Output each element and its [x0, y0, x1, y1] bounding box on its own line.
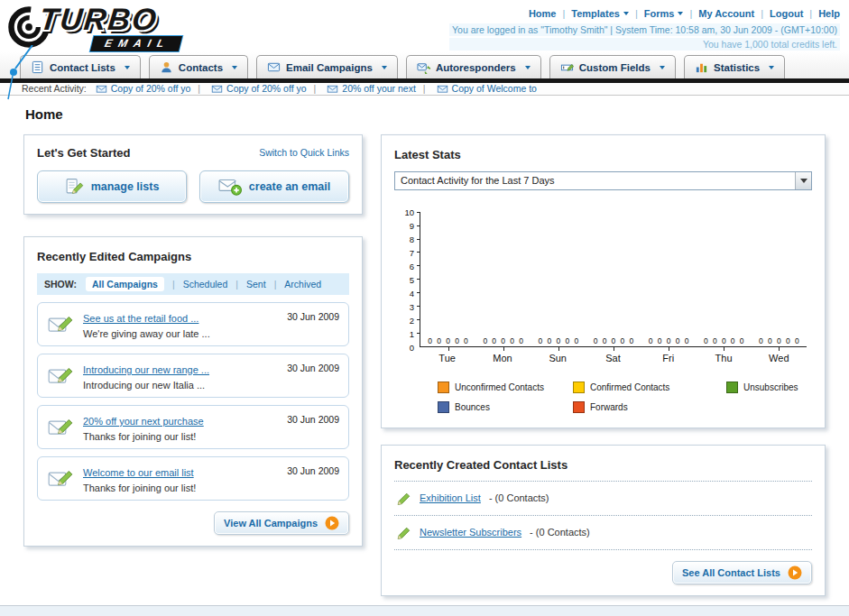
nav-tab[interactable]: Autoresponders	[406, 55, 541, 78]
top-nav-link-label: Help	[818, 8, 840, 19]
create-email-button[interactable]: create an email	[199, 170, 349, 203]
legend-swatch	[573, 382, 585, 393]
campaign-edit-icon	[47, 363, 74, 388]
envelope-icon	[327, 83, 338, 95]
contact-list-item: Newsletter Subscribers - (0 Contacts)	[394, 516, 812, 550]
select-dropdown-button[interactable]	[795, 172, 811, 189]
legend-label: Forwards	[590, 402, 628, 412]
campaign-title-link[interactable]: 20% off your next purchase	[83, 416, 204, 427]
campaign-title-link[interactable]: See us at the retail food ...	[83, 313, 198, 324]
legend-item: Confirmed Contacts	[573, 382, 726, 393]
app-logo[interactable]: TURBO EMAIL	[5, 4, 180, 51]
header-right: Home Templates Forms My Account Logout H…	[449, 4, 840, 51]
latest-stats-title: Latest Stats	[394, 148, 461, 161]
manage-lists-label: manage lists	[91, 180, 160, 193]
campaign-filter[interactable]: Archived	[266, 279, 322, 290]
see-all-contact-lists-label: See All Contact Lists	[682, 567, 780, 578]
top-nav-link[interactable]: Home	[529, 8, 557, 19]
contact-activity-chart: 109876543210 000000000000000000000000000…	[398, 212, 807, 413]
legend-label: Bounces	[455, 402, 490, 412]
nav-tab-label: Custom Fields	[579, 62, 651, 73]
envelope-icon	[96, 83, 107, 95]
stats-period-select[interactable]: Contact Activity for the Last 7 Days	[394, 171, 812, 190]
campaign-date: 30 Jun 2009	[287, 363, 339, 373]
chevron-down-icon	[769, 66, 774, 69]
legend-swatch	[438, 382, 449, 393]
campaign-subtitle: Thanks for joining our list!	[83, 483, 278, 493]
contact-list-items: Exhibition List - (0 Contacts) Newslette…	[394, 482, 812, 550]
campaign-item: 20% off your next purchase Thanks for jo…	[37, 405, 349, 449]
legend-swatch	[573, 401, 585, 413]
show-label: SHOW:	[44, 279, 77, 290]
nav-tab-label: Contact Lists	[50, 62, 115, 73]
nav-tab-label: Email Campaigns	[286, 62, 373, 73]
get-started-panel: Let's Get Started Switch to Quick Links …	[23, 134, 363, 215]
login-info: You are logged in as "Timothy Smith" | S…	[449, 23, 840, 36]
logo-title: TURBO	[38, 4, 182, 34]
campaign-subtitle: Thanks for joining our list!	[83, 431, 278, 442]
legend-label: Unconfirmed Contacts	[455, 382, 544, 392]
recent-activity-item[interactable]: Copy of 20% off yo	[190, 83, 306, 95]
main-content: Home Let's Get Started Switch to Quick L…	[0, 96, 849, 605]
nav-tab-icon	[695, 60, 708, 74]
view-all-campaigns-button[interactable]: View All Campaigns	[214, 511, 349, 535]
chevron-down-icon	[232, 66, 237, 69]
nav-tab[interactable]: Contact Lists	[20, 55, 141, 78]
stats-period-value: Contact Activity for the Last 7 Days	[401, 175, 555, 186]
top-nav-link[interactable]: Logout	[754, 8, 803, 19]
nav-tab-label: Contacts	[179, 62, 223, 73]
nav-tab-icon	[560, 60, 574, 74]
pencil-icon	[396, 491, 411, 506]
nav-tab-icon	[267, 60, 281, 74]
recent-activity-item[interactable]: 20% off your next	[307, 83, 416, 95]
contact-list-name-link[interactable]: Newsletter Subscribers	[420, 527, 521, 538]
top-nav-link[interactable]: Help	[803, 8, 840, 19]
recent-activity-item[interactable]: Copy of 20% off yo	[96, 83, 191, 95]
nav-tab[interactable]: Statistics	[684, 55, 785, 78]
campaign-filter[interactable]: Scheduled	[164, 279, 227, 290]
nav-tab[interactable]: Email Campaigns	[256, 55, 398, 78]
nav-tab[interactable]: Contacts	[149, 55, 248, 78]
legend-item: Unconfirmed Contacts	[438, 382, 573, 393]
campaign-title-link[interactable]: Introducing our new range ...	[83, 364, 209, 375]
campaign-edit-icon	[47, 465, 74, 491]
top-nav-link-label: Logout	[770, 8, 803, 19]
campaign-title-link[interactable]: Welcome to our email list	[83, 467, 194, 478]
nav-tab-label: Statistics	[714, 62, 760, 73]
envelope-icon	[437, 83, 448, 95]
top-nav-link[interactable]: Forms	[629, 8, 683, 19]
chevron-down-icon	[525, 66, 531, 69]
header: TURBO EMAIL Home Templates Forms My Acco…	[0, 0, 849, 51]
contact-list-count: - (0 Contacts)	[530, 527, 590, 538]
campaign-filter[interactable]: Sent	[227, 279, 265, 290]
top-nav-link-label: Forms	[644, 8, 675, 19]
top-nav-link-label: Templates	[571, 8, 620, 19]
view-all-campaigns-label: View All Campaigns	[224, 518, 318, 529]
legend-label: Confirmed Contacts	[590, 382, 669, 392]
campaign-item: See us at the retail food ... We're givi…	[37, 302, 349, 346]
campaign-subtitle: Introducing our new Italia ...	[83, 380, 278, 391]
recent-campaigns-title: Recently Edited Campaigns	[37, 250, 191, 263]
top-nav-link-label: Home	[529, 8, 557, 19]
chart-plot: 00000000000000000000000000000000000	[420, 212, 807, 347]
switch-quick-links-link[interactable]: Switch to Quick Links	[259, 147, 349, 158]
campaign-item: Welcome to our email list Thanks for joi…	[37, 456, 349, 501]
envelope-icon	[211, 83, 223, 95]
manage-lists-button[interactable]: manage lists	[37, 170, 187, 203]
campaign-item: Introducing our new range ... Introducin…	[37, 354, 349, 398]
recent-activity-item[interactable]: Copy of Welcome to	[416, 83, 537, 95]
chart-values-row: 00000000000000000000000000000000000	[420, 336, 807, 345]
top-nav-link[interactable]: Templates	[556, 8, 628, 19]
top-nav: Home Templates Forms My Account Logout H…	[449, 8, 840, 19]
campaign-filter[interactable]: All Campaigns	[86, 277, 164, 291]
see-all-contact-lists-button[interactable]: See All Contact Lists	[672, 561, 812, 584]
legend-item: Bounces	[438, 401, 573, 413]
top-nav-link[interactable]: My Account	[683, 8, 754, 19]
recent-activity-item-label: Copy of 20% off yo	[111, 83, 191, 94]
recent-contact-lists-title: Recently Created Contact Lists	[394, 458, 568, 472]
contact-list-name-link[interactable]: Exhibition List	[420, 492, 481, 503]
campaign-edit-icon	[47, 311, 74, 336]
campaign-filter-bar: SHOW: All Campaigns Scheduled Sent Archi…	[37, 273, 349, 295]
campaign-filters: All Campaigns Scheduled Sent Archived	[86, 277, 321, 291]
nav-tab[interactable]: Custom Fields	[549, 55, 676, 78]
